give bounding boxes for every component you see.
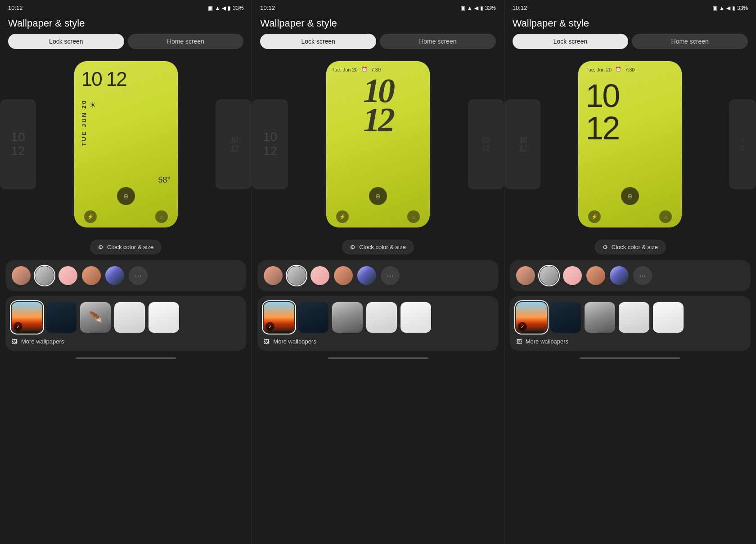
color-3-5[interactable]	[610, 266, 629, 285]
ghost-left-3: 1012	[504, 99, 540, 189]
more-colors-2[interactable]: ···	[381, 266, 400, 285]
fingerprint-3[interactable]: ⊕	[621, 187, 639, 205]
page-title-2: Wallpaper & style	[252, 14, 504, 34]
wp-check-1: ✓	[14, 322, 22, 331]
more-wallpapers-btn-2[interactable]: 🖼 More wallpapers	[264, 338, 316, 345]
nav-torch-2[interactable]: ⚡	[336, 210, 349, 223]
color-1-4[interactable]	[82, 266, 101, 285]
tab-lock-2[interactable]: Lock screen	[260, 34, 376, 49]
fingerprint-icon-1: ⊕	[123, 192, 129, 200]
palette-row-1: ···	[12, 266, 240, 285]
color-1-5[interactable]	[105, 266, 124, 285]
signal-icon-3: ◀	[726, 5, 730, 11]
nav-home-2[interactable]: ⌂	[407, 210, 420, 223]
wp-thumb-2-3[interactable]	[332, 302, 363, 333]
clock-color-btn-1[interactable]: ⚙ Clock color & size	[90, 240, 162, 254]
color-1-1[interactable]	[12, 266, 31, 285]
wp-thumb-3-5[interactable]	[653, 302, 684, 333]
nav-home-1[interactable]: ⌂	[155, 210, 168, 223]
wp-thumb-1-3[interactable]: 🪶	[80, 302, 111, 333]
color-1-2[interactable]	[35, 266, 54, 285]
color-2-5[interactable]	[357, 266, 376, 285]
color-3-4[interactable]	[586, 266, 605, 285]
bottom-indicator-1	[76, 357, 176, 359]
color-2-4[interactable]	[334, 266, 353, 285]
panel-1: 10:12 ▣ ▲ ◀ ▮ 33% Wallpaper & style Lock…	[0, 0, 252, 544]
page-title-3: Wallpaper & style	[504, 14, 756, 34]
tab-row-3: Lock screen Home screen	[504, 34, 756, 54]
wp-thumb-3-1[interactable]: ✓	[516, 302, 547, 333]
wp-thumb-2-5[interactable]	[400, 302, 431, 333]
wp-thumb-3-4[interactable]	[619, 302, 649, 333]
tab-home-1[interactable]: Home screen	[128, 34, 244, 49]
wp-check-2: ✓	[266, 322, 274, 331]
gear-icon-3: ⚙	[603, 244, 608, 250]
phone-bottom-2: ⊕ ⚡ ⌂	[326, 183, 430, 227]
phone-card-3[interactable]: Tue, Jun 20 ⏰ 7:30 10 12 ⊕	[578, 61, 682, 227]
bottom-indicator-3	[580, 357, 680, 359]
more-wallpapers-btn-3[interactable]: 🖼 More wallpapers	[516, 338, 568, 345]
phone-bottom-3: ⊕ ⚡ ⌂	[578, 183, 682, 227]
phone-card-2[interactable]: Tue, Jun 20 ⏰ 7:30 1012 ⊕ ⚡	[326, 61, 430, 227]
status-icons-1: ▣ ▲ ◀ ▮ 33%	[208, 5, 243, 11]
nav-torch-1[interactable]: ⚡	[84, 210, 97, 223]
phone-icon-2: ▣	[460, 5, 465, 11]
fingerprint-2[interactable]: ⊕	[369, 187, 387, 205]
time-3: 10:12	[513, 4, 527, 11]
wp-thumb-1-5[interactable]	[148, 302, 179, 333]
wallpaper-row-3: ✓	[516, 302, 744, 333]
wifi-icon-2: ▲	[467, 5, 472, 11]
nav-home-3[interactable]: ⌂	[659, 210, 672, 223]
color-3-1[interactable]	[516, 266, 535, 285]
status-bar-2: 10:12 ▣ ▲ ◀ ▮ 33%	[252, 0, 504, 14]
wallpaper-section-2: ✓ 🖼 More wallpapers	[257, 296, 498, 351]
fingerprint-1[interactable]: ⊕	[117, 187, 135, 205]
wp-thumb-2-4[interactable]	[366, 302, 397, 333]
clock-color-btn-2[interactable]: ⚙ Clock color & size	[342, 240, 414, 254]
alarm-icon-3: ⏰	[615, 67, 621, 72]
battery-pct-3: 33%	[737, 5, 748, 11]
color-2-2[interactable]	[287, 266, 306, 285]
wp-check-3: ✓	[518, 322, 527, 331]
nav-row-2: ⚡ ⌂	[326, 210, 430, 223]
clock-info-3: Tue, Jun 20 ⏰ 7:30	[585, 67, 675, 72]
tab-lock-1[interactable]: Lock screen	[8, 34, 124, 49]
wp-thumb-3-3[interactable]	[585, 302, 615, 333]
wallpaper-row-2: ✓	[264, 302, 492, 333]
tab-lock-3[interactable]: Lock screen	[513, 34, 629, 49]
signal-icon-1: ◀	[222, 5, 226, 11]
ghost-right-3: 12	[729, 99, 756, 189]
clock-color-btn-3[interactable]: ⚙ Clock color & size	[594, 240, 666, 254]
color-3-2[interactable]	[540, 266, 558, 285]
wp-thumb-3-2[interactable]	[550, 302, 581, 333]
color-2-3[interactable]	[310, 266, 329, 285]
tab-home-2[interactable]: Home screen	[380, 34, 496, 49]
color-1-3[interactable]	[58, 266, 77, 285]
nav-torch-3[interactable]: ⚡	[588, 210, 601, 223]
status-icons-2: ▣ ▲ ◀ ▮ 33%	[460, 5, 496, 11]
deco-time-2: 1012	[363, 76, 393, 134]
phone-card-1[interactable]: 10 12 TUE JUN 20 ☀ 58° ⊕ ⚡	[74, 61, 178, 227]
more-colors-1[interactable]: ···	[129, 266, 148, 285]
time-1: 10:12	[8, 4, 23, 11]
tab-home-3[interactable]: Home screen	[632, 34, 748, 49]
wp-thumb-1-1[interactable]: ✓	[12, 302, 42, 333]
palette-section-1: ···	[5, 260, 246, 291]
time-2: 10:12	[260, 4, 275, 11]
color-2-1[interactable]	[264, 266, 283, 285]
battery-icon-2: ▮	[480, 5, 483, 11]
wp-thumb-1-2[interactable]	[46, 302, 76, 333]
wallpaper-section-3: ✓ 🖼 More wallpapers	[510, 296, 751, 351]
battery-icon-1: ▮	[228, 5, 231, 11]
home-icon-1: ⌂	[160, 214, 163, 219]
color-3-3[interactable]	[563, 266, 582, 285]
gear-icon-1: ⚙	[98, 244, 104, 250]
wp-thumb-2-2[interactable]	[298, 302, 328, 333]
fingerprint-icon-2: ⊕	[375, 192, 381, 200]
more-wallpapers-btn-1[interactable]: 🖼 More wallpapers	[12, 338, 64, 345]
status-bar-3: 10:12 ▣ ▲ ◀ ▮ 33%	[504, 0, 756, 14]
wallpaper-icon-3: 🖼	[516, 338, 522, 345]
more-colors-3[interactable]: ···	[633, 266, 652, 285]
wp-thumb-1-4[interactable]	[114, 302, 145, 333]
wp-thumb-2-1[interactable]: ✓	[264, 302, 294, 333]
